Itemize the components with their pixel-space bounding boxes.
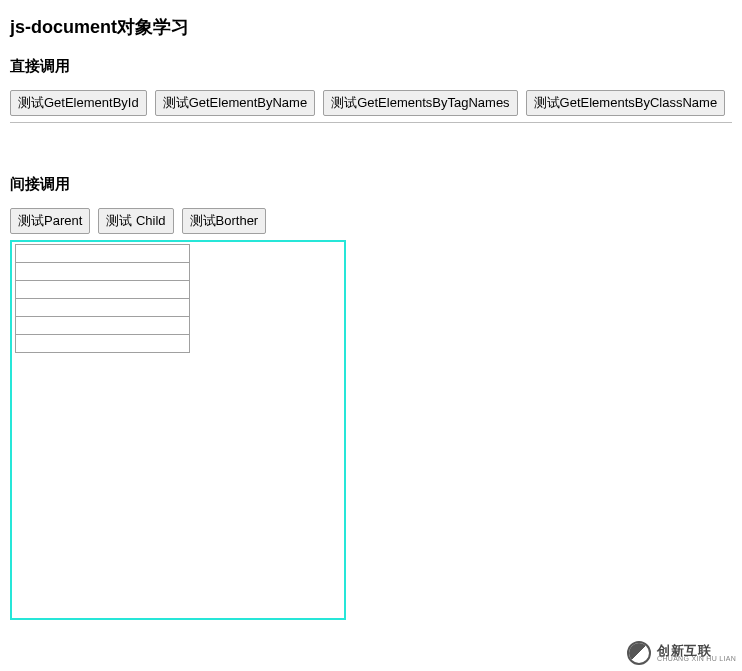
test-getelementbyid-button[interactable]: 测试GetElementById (10, 90, 147, 116)
section-indirect-heading: 间接调用 (10, 175, 732, 194)
watermark: 创新互联 CHUANG XIN HU LIAN (627, 641, 736, 665)
watermark-sub: CHUANG XIN HU LIAN (657, 655, 736, 662)
divider (10, 122, 732, 123)
section-direct-heading: 直接调用 (10, 57, 732, 76)
test-getelementsbyclassname-button[interactable]: 测试GetElementsByClassName (526, 90, 726, 116)
direct-button-row: 测试GetElementById 测试GetElementByName 测试Ge… (10, 90, 732, 116)
table-row (16, 281, 190, 299)
demo-container (10, 240, 346, 620)
table-row (16, 263, 190, 281)
test-child-button[interactable]: 测试 Child (98, 208, 173, 234)
page-title: js-document对象学习 (10, 15, 732, 39)
test-getelementsbytagnames-button[interactable]: 测试GetElementsByTagNames (323, 90, 517, 116)
table-row (16, 335, 190, 353)
test-borther-button[interactable]: 测试Borther (182, 208, 267, 234)
table-row (16, 245, 190, 263)
indirect-button-row: 测试Parent 测试 Child 测试Borther (10, 208, 732, 234)
test-getelementbyname-button[interactable]: 测试GetElementByName (155, 90, 316, 116)
watermark-logo-icon (627, 641, 651, 665)
table-row (16, 299, 190, 317)
table-row (16, 317, 190, 335)
demo-table (15, 244, 190, 353)
test-parent-button[interactable]: 测试Parent (10, 208, 90, 234)
